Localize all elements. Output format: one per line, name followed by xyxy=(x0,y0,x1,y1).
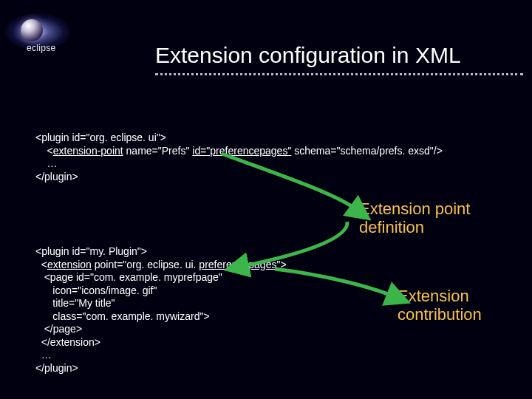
label-extension-point-definition: Extension point definition xyxy=(359,200,470,237)
brand-text: eclipse xyxy=(27,43,55,53)
code-block-contribution: <plugin id="my. Plugin"> <extension poin… xyxy=(35,245,287,375)
keyword-extension: extension xyxy=(47,259,92,270)
code-line: </plugin> xyxy=(35,362,78,374)
logo-orb xyxy=(21,19,43,41)
code-block-definition: <plugin id="org. eclipse. ui"> <extensio… xyxy=(35,132,520,183)
code-line: <plugin id="my. Plugin"> xyxy=(35,245,147,257)
code-line: </extension> xyxy=(35,336,100,348)
code-line-indent: < xyxy=(35,145,53,157)
code-line: </plugin> xyxy=(35,171,78,183)
code-text: < xyxy=(35,259,47,270)
label-line: definition xyxy=(359,218,424,236)
attr-id-prefpages: id="preferencepages" xyxy=(192,145,291,157)
code-line: title="My title" xyxy=(35,297,115,309)
code-line: class="com. example. mywizard"> xyxy=(35,310,210,322)
arrow-to-contribution xyxy=(275,269,392,296)
code-line: <page id="com. example. myprefpage" xyxy=(35,271,222,283)
label-line: contribution xyxy=(398,305,482,324)
eclipse-logo: eclipse xyxy=(4,10,75,55)
code-text: "> xyxy=(276,259,286,270)
code-text: point="org. eclipse. ui. xyxy=(92,259,199,270)
title-underline xyxy=(155,73,523,75)
label-extension-contribution: Extension contribution xyxy=(398,287,482,324)
slide-title: Extension configuration in XML xyxy=(155,43,519,68)
code-line: icon="icons/image. gif" xyxy=(35,284,157,296)
code-line: … xyxy=(35,349,52,361)
code-line: … xyxy=(35,157,58,169)
label-line: Extension point xyxy=(359,200,470,218)
label-line: Extension xyxy=(398,287,469,305)
code-line: </page> xyxy=(35,323,82,335)
point-preferencepages: preferencepages xyxy=(199,259,276,270)
code-line: <plugin id="org. eclipse. ui"> xyxy=(35,132,166,143)
keyword-extension-point: extension-point xyxy=(53,145,123,157)
code-text: name="Prefs" xyxy=(123,145,193,157)
code-text: schema="schema/prefs. exsd"/> xyxy=(291,145,442,157)
